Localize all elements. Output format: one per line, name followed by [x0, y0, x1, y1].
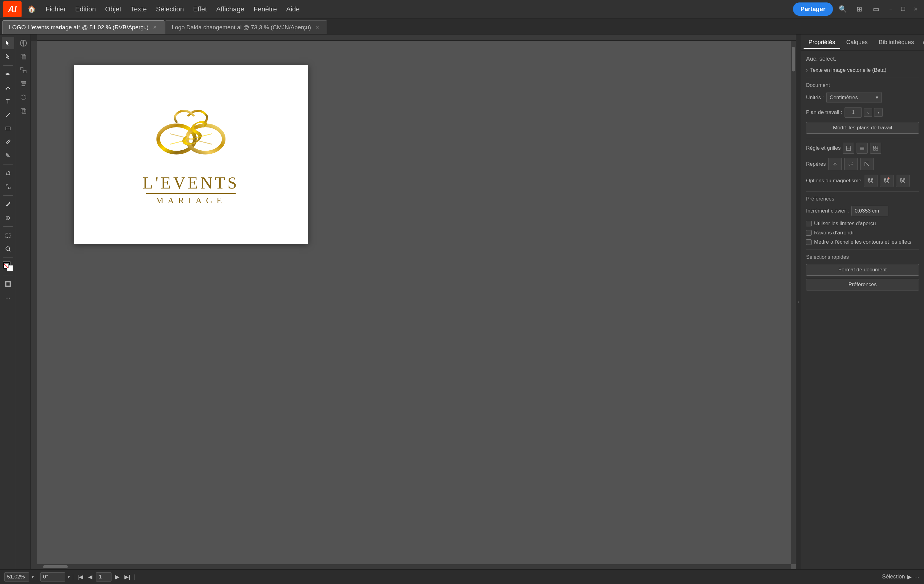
grid-icon-2[interactable] [856, 143, 868, 154]
tab-bibliotheques[interactable]: Bibliothèques [874, 36, 919, 49]
pathfinder-icon[interactable] [17, 105, 30, 117]
menu-fichier[interactable]: Fichier [41, 3, 70, 15]
eyedropper-tool-btn[interactable] [2, 198, 14, 210]
plan-prev-btn[interactable]: ‹ [864, 108, 872, 117]
checkbox-apercu[interactable] [806, 221, 812, 226]
svg-rect-16 [22, 83, 26, 84]
svg-rect-12 [21, 68, 23, 70]
tab-close-icon[interactable]: ✕ [152, 24, 158, 31]
page-input[interactable]: 1 [96, 572, 112, 582]
left-toolbar: ✒ T ✎ ⊕ [0, 35, 16, 569]
menu-selection[interactable]: Sélection [152, 3, 188, 15]
selection-tool-btn[interactable] [2, 37, 14, 49]
minimize-button[interactable]: − [885, 5, 896, 13]
transform-panel-icon[interactable] [17, 64, 30, 76]
rotation-dropdown-arrow[interactable]: ▾ [68, 574, 70, 580]
menu-texte[interactable]: Texte [126, 3, 151, 15]
magnet-icon-1[interactable] [864, 175, 878, 187]
menu-edition[interactable]: Edition [71, 3, 100, 15]
rotation-input[interactable]: 0° [40, 572, 65, 582]
horizontal-scrollbar[interactable] [37, 564, 791, 569]
repere-icon-1[interactable] [828, 158, 842, 170]
format-document-button[interactable]: Format de document [806, 264, 919, 276]
fill-stroke-icon[interactable] [17, 51, 30, 63]
window-controls: − ❐ ✕ [885, 5, 921, 13]
zoom-tool-btn[interactable] [2, 243, 14, 255]
tab-logo-daida[interactable]: Logo Daida changement.ai @ 73,3 % (CMJN/… [165, 20, 327, 34]
share-button[interactable]: Partager [793, 2, 833, 16]
prev-btn[interactable]: ◀ [87, 574, 94, 580]
none-color[interactable] [4, 263, 8, 268]
pen-tool-btn[interactable]: ✒ [2, 68, 14, 81]
toolbar-separator [3, 164, 13, 165]
tab-logo-levents[interactable]: LOGO L'events mariage.ai* @ 51,02 % (RVB… [2, 20, 165, 34]
panel-collapse-handle[interactable]: › [796, 35, 801, 569]
repere-icon-3[interactable] [860, 158, 874, 170]
menu-aide[interactable]: Aide [282, 3, 304, 15]
maximize-button[interactable]: ❐ [898, 5, 909, 13]
plan-next-btn[interactable]: › [874, 108, 883, 117]
vertical-scroll-thumb[interactable] [792, 47, 795, 71]
checkbox-rayons[interactable] [806, 230, 812, 236]
checkbox-echelle[interactable] [806, 239, 812, 245]
next-page-btn[interactable]: ▶| [123, 574, 132, 580]
color-panel-icon[interactable] [17, 37, 30, 49]
canvas-content[interactable]: 𝓢 L'EVENTS MARIAGE [37, 41, 791, 564]
magnet-icon-3[interactable] [896, 175, 909, 187]
preferences-button[interactable]: Préférences [806, 279, 919, 290]
rotate-tool-btn[interactable] [2, 167, 14, 179]
fullscreen-icon[interactable]: ▭ [869, 2, 883, 16]
zoom-dropdown-arrow[interactable]: ▾ [31, 574, 34, 580]
artboard-tool-btn[interactable] [2, 229, 14, 241]
menu-objet[interactable]: Objet [101, 3, 125, 15]
svg-line-1 [6, 113, 10, 117]
tool-info-icon[interactable]: ⋯ [914, 574, 920, 580]
panel-menu-icon[interactable]: ≡ [920, 37, 924, 48]
transform3d-icon[interactable] [17, 91, 30, 104]
increment-input[interactable]: 0,0353 cm [851, 206, 888, 216]
pencil-tool-btn[interactable]: ✎ [2, 149, 14, 162]
brush-tool-btn[interactable] [2, 136, 14, 148]
plan-label: Plan de travail : [806, 109, 842, 115]
prev-page-btn[interactable]: |◀ [76, 574, 84, 580]
grid-icon-1[interactable] [843, 143, 854, 154]
direct-selection-tool-btn[interactable] [2, 51, 14, 63]
menu-affichage[interactable]: Affichage [212, 3, 249, 15]
menu-effet[interactable]: Effet [189, 3, 211, 15]
rect-tool-btn[interactable] [2, 122, 14, 135]
blend-tool-btn[interactable]: ⊕ [2, 211, 14, 224]
vertical-ruler [31, 41, 37, 569]
artboard[interactable]: 𝓢 L'EVENTS MARIAGE [74, 65, 308, 244]
modif-plans-button[interactable]: Modif. les plans de travail [806, 122, 919, 134]
svg-rect-13 [24, 71, 26, 73]
curvature-tool-btn[interactable] [2, 82, 14, 94]
horizontal-scroll-thumb[interactable] [43, 565, 68, 568]
scale-tool-btn[interactable] [2, 180, 14, 193]
vertical-scrollbar[interactable] [791, 41, 796, 564]
change-screen-mode-btn[interactable] [2, 278, 14, 290]
svg-rect-4 [6, 233, 10, 238]
grid-icon-3[interactable] [870, 143, 881, 154]
tab-proprietes[interactable]: Propriétés [804, 36, 840, 49]
next-btn[interactable]: ▶ [114, 574, 121, 580]
magnet-icon-2[interactable] [880, 175, 894, 187]
menu-fenetre[interactable]: Fenêtre [249, 3, 281, 15]
zoom-input[interactable]: 51,02% [4, 572, 29, 582]
units-dropdown[interactable]: Centimètres ▾ [827, 92, 882, 103]
search-icon[interactable]: 🔍 [836, 2, 850, 16]
vectorize-row[interactable]: › Texte en image vectorielle (Beta) [806, 67, 919, 73]
ruler-corner [31, 35, 37, 41]
text-tool-btn[interactable]: T [2, 95, 14, 107]
repere-icon-2[interactable] [844, 158, 858, 170]
tool-next-icon[interactable]: ▶ [908, 574, 912, 580]
tab-close-icon[interactable]: ✕ [314, 24, 321, 31]
plan-value-input[interactable]: 1 [845, 107, 862, 118]
close-button[interactable]: ✕ [910, 5, 921, 13]
align-panel-icon[interactable] [17, 78, 30, 90]
line-tool-btn[interactable] [2, 109, 14, 121]
arrange-windows-icon[interactable]: ⊞ [853, 2, 866, 16]
units-row: Unités : Centimètres ▾ [806, 92, 919, 103]
tab-calques[interactable]: Calques [842, 36, 873, 49]
home-button[interactable]: 🏠 [24, 2, 39, 16]
more-tools-btn[interactable]: ··· [2, 291, 14, 304]
